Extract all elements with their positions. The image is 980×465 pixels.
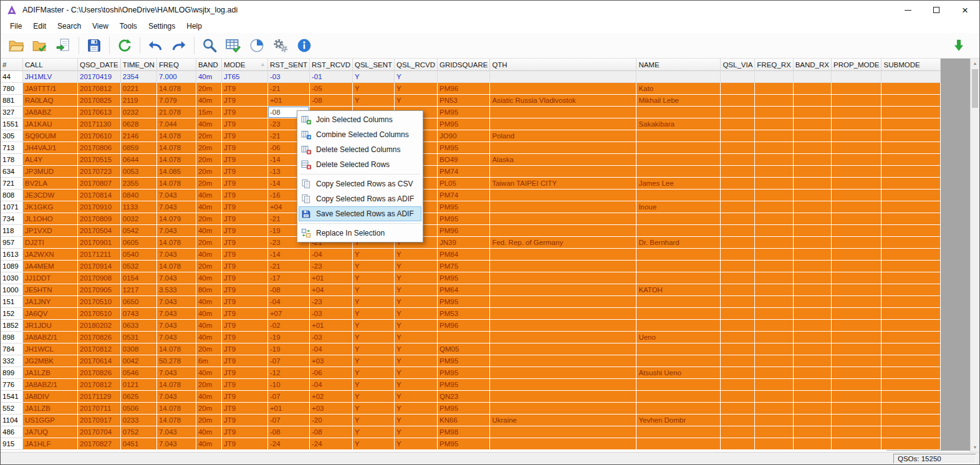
- cell[interactable]: JT65: [222, 71, 268, 83]
- cell[interactable]: JT9: [222, 343, 268, 355]
- cell[interactable]: 0743: [121, 308, 157, 320]
- cell[interactable]: 2119: [121, 95, 157, 107]
- menu-tools[interactable]: Tools: [114, 19, 143, 33]
- cell[interactable]: 6m: [196, 355, 222, 367]
- cell[interactable]: Taiwan TAIPEI CITY: [490, 178, 637, 189]
- cell[interactable]: -24: [268, 438, 310, 450]
- cell[interactable]: [882, 379, 941, 391]
- cell[interactable]: [490, 438, 637, 450]
- cell[interactable]: [490, 83, 637, 95]
- cell[interactable]: [721, 189, 755, 201]
- search-button[interactable]: [198, 35, 221, 56]
- menu-item-save-selected-rows-as-adif[interactable]: Save Selected Rows as ADIF: [299, 206, 421, 221]
- cell[interactable]: 40m: [196, 189, 222, 201]
- cell[interactable]: [794, 296, 832, 308]
- cell[interactable]: -07: [268, 415, 310, 426]
- cell[interactable]: [755, 142, 793, 154]
- cell[interactable]: [755, 415, 793, 426]
- row-number-cell[interactable]: 1613: [1, 249, 23, 261]
- cell[interactable]: +01: [310, 320, 353, 332]
- cell[interactable]: PM75: [438, 261, 490, 272]
- cell[interactable]: JT9: [222, 154, 268, 166]
- cell[interactable]: 0233: [121, 415, 157, 426]
- cell[interactable]: 80m: [196, 284, 222, 296]
- table-row[interactable]: 1030JJ1DDT2017090801547.04340mJT9-17+01Y…: [1, 272, 941, 284]
- save-button[interactable]: [82, 35, 106, 56]
- cell[interactable]: Y: [395, 296, 438, 308]
- cell[interactable]: 20m: [196, 213, 222, 225]
- cell[interactable]: -04: [310, 379, 353, 391]
- cell[interactable]: James Lee: [637, 178, 721, 189]
- row-number-cell[interactable]: 1104: [1, 415, 23, 426]
- cell[interactable]: [832, 166, 882, 178]
- cell[interactable]: 7.043: [157, 367, 196, 379]
- row-number-cell[interactable]: 1000: [1, 284, 23, 296]
- cell[interactable]: 0628: [121, 118, 157, 130]
- cell[interactable]: PM95: [438, 296, 490, 308]
- table-row[interactable]: 1541JA8DIV2017112906257.04340mJT9-07+02Y…: [1, 391, 941, 403]
- cell[interactable]: 20170910: [78, 201, 121, 213]
- cell[interactable]: [882, 438, 941, 450]
- row-number-cell[interactable]: 634: [1, 166, 23, 178]
- cell[interactable]: [832, 415, 882, 426]
- cell[interactable]: [794, 343, 832, 355]
- cell[interactable]: JA1LZB: [23, 403, 78, 415]
- cell[interactable]: [637, 308, 721, 320]
- cell[interactable]: [794, 201, 832, 213]
- cell[interactable]: [832, 367, 882, 379]
- cell[interactable]: 20180202: [78, 320, 121, 332]
- cell[interactable]: 14.085: [157, 166, 196, 178]
- table-row[interactable]: 305SQ9OUM20170610214614.07820mJT9-21JO90…: [1, 130, 941, 142]
- row-number-cell[interactable]: 1089: [1, 261, 23, 272]
- cell[interactable]: Y: [353, 83, 395, 95]
- cell[interactable]: PM96: [438, 83, 490, 95]
- cell[interactable]: JA2WXN: [23, 249, 78, 261]
- cell[interactable]: 20170914: [78, 261, 121, 272]
- maximize-button[interactable]: [922, 1, 951, 19]
- cell[interactable]: 2146: [121, 130, 157, 142]
- scrollbar-thumb[interactable]: [972, 69, 978, 108]
- cell[interactable]: QM05: [438, 343, 490, 355]
- cell[interactable]: JT9: [222, 272, 268, 284]
- cell[interactable]: -02: [268, 320, 310, 332]
- cell[interactable]: 14.078: [157, 154, 196, 166]
- row-number-cell[interactable]: 1071: [1, 201, 23, 213]
- cell[interactable]: [721, 225, 755, 237]
- cell[interactable]: [794, 403, 832, 415]
- cell[interactable]: -08: [268, 426, 310, 438]
- cell[interactable]: [794, 426, 832, 438]
- row-number-cell[interactable]: 1030: [1, 272, 23, 284]
- table-row[interactable]: 1852JR1JDU2018020206337.04340mJT9-02+01Y…: [1, 320, 941, 332]
- cell[interactable]: JK1GKG: [23, 201, 78, 213]
- cell[interactable]: Alaska: [490, 154, 637, 166]
- cell[interactable]: [637, 403, 721, 415]
- cell[interactable]: JA8ABZ: [23, 107, 78, 118]
- cell[interactable]: [832, 95, 882, 107]
- cell[interactable]: 7.043: [157, 272, 196, 284]
- cell[interactable]: [637, 438, 721, 450]
- cell[interactable]: Y: [353, 403, 395, 415]
- cell[interactable]: [637, 272, 721, 284]
- cell[interactable]: [794, 189, 832, 201]
- cell[interactable]: Poland: [490, 130, 637, 142]
- cell[interactable]: [755, 332, 793, 343]
- column-header-qso-date[interactable]: QSO_DATE: [78, 59, 121, 71]
- cell[interactable]: 7.043: [157, 320, 196, 332]
- cell[interactable]: [637, 379, 721, 391]
- cell[interactable]: [490, 379, 637, 391]
- cell[interactable]: -04: [310, 249, 353, 261]
- cell[interactable]: [755, 426, 793, 438]
- cell[interactable]: +07: [268, 308, 310, 320]
- cell[interactable]: 0650: [121, 296, 157, 308]
- cell[interactable]: Y: [395, 415, 438, 426]
- cell[interactable]: 20170814: [78, 189, 121, 201]
- cell[interactable]: [882, 284, 941, 296]
- cell[interactable]: [490, 320, 637, 332]
- cell[interactable]: [832, 284, 882, 296]
- row-number-cell[interactable]: 808: [1, 189, 23, 201]
- cell[interactable]: [755, 71, 793, 83]
- cell[interactable]: [637, 213, 721, 225]
- cell[interactable]: [882, 201, 941, 213]
- cell[interactable]: JE5HTN: [23, 284, 78, 296]
- cell[interactable]: [490, 249, 637, 261]
